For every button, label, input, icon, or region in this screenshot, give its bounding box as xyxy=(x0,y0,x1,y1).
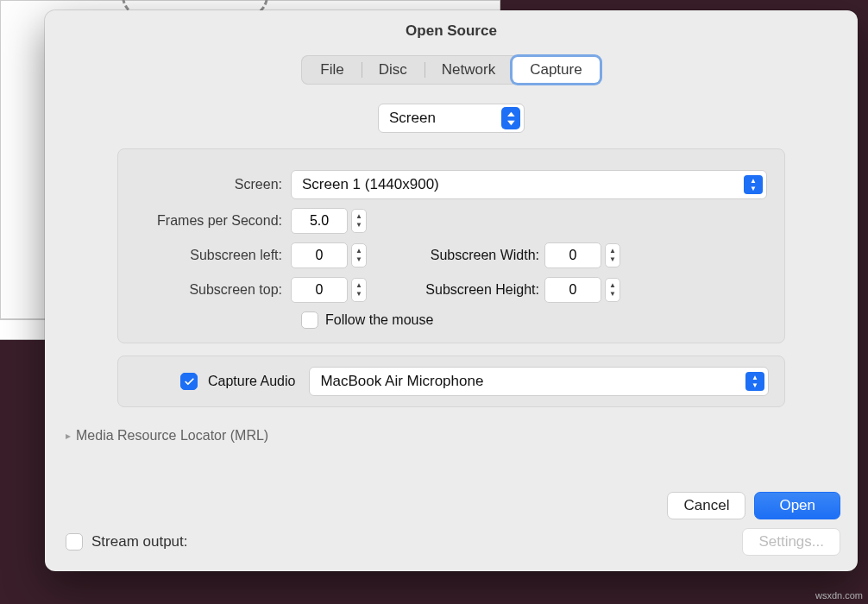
subscreen-left-label: Subscreen left: xyxy=(135,248,291,263)
fps-label: Frames per Second: xyxy=(135,213,291,229)
stream-output-label: Stream output: xyxy=(91,533,188,551)
follow-mouse-checkbox[interactable] xyxy=(301,311,318,329)
fps-stepper[interactable]: ▲▼ xyxy=(351,209,367,233)
watermark: wsxdn.com xyxy=(815,590,863,601)
settings-button[interactable]: Settings... xyxy=(742,528,840,556)
subscreen-height-label: Subscreen Height: xyxy=(399,282,544,298)
subscreen-left-stepper[interactable]: ▲▼ xyxy=(351,243,367,267)
subscreen-top-stepper[interactable]: ▲▼ xyxy=(351,278,367,302)
tab-capture[interactable]: Capture xyxy=(513,57,599,83)
subscreen-width-stepper[interactable]: ▲▼ xyxy=(605,243,620,267)
capture-mode-value: Screen xyxy=(389,110,493,127)
subscreen-top-input[interactable] xyxy=(291,277,348,303)
check-icon xyxy=(184,376,195,387)
subscreen-height-stepper[interactable]: ▲▼ xyxy=(605,278,620,302)
subscreen-width-label: Subscreen Width: xyxy=(399,248,544,263)
capture-audio-label: Capture Audio xyxy=(208,374,295,389)
tab-segment: File Disc Network Capture xyxy=(301,55,601,85)
tab-network[interactable]: Network xyxy=(425,57,513,83)
background-divider xyxy=(0,319,45,340)
tab-disc[interactable]: Disc xyxy=(362,57,425,83)
capture-mode-select[interactable]: Screen ▲▼ xyxy=(378,104,525,133)
dialog-title: Open Source xyxy=(45,10,858,55)
capture-audio-checkbox[interactable] xyxy=(180,373,198,390)
audio-device-select[interactable]: MacBook Air Microphone ▲▼ xyxy=(309,367,769,396)
fps-input[interactable] xyxy=(291,208,348,234)
screen-select[interactable]: Screen 1 (1440x900) ▲▼ xyxy=(291,170,767,199)
stream-output-checkbox[interactable] xyxy=(66,533,83,551)
subscreen-width-input[interactable] xyxy=(544,242,601,268)
subscreen-left-input[interactable] xyxy=(291,242,348,268)
updown-icon: ▲▼ xyxy=(745,372,764,391)
follow-mouse-label: Follow the mouse xyxy=(325,312,433,328)
mrl-disclosure[interactable]: ▸ Media Resource Locator (MRL) xyxy=(66,428,837,444)
updown-icon: ▲▼ xyxy=(744,175,763,194)
tab-bar: File Disc Network Capture xyxy=(45,55,858,85)
audio-device-value: MacBook Air Microphone xyxy=(320,373,737,390)
open-button[interactable]: Open xyxy=(754,492,840,519)
audio-group: Capture Audio MacBook Air Microphone ▲▼ xyxy=(117,355,785,407)
tab-file[interactable]: File xyxy=(303,57,361,83)
open-source-dialog: Open Source File Disc Network Capture Sc… xyxy=(45,10,858,571)
updown-icon: ▲▼ xyxy=(501,107,520,129)
bottom-bar: Stream output: Settings... xyxy=(66,528,840,556)
subscreen-height-input[interactable] xyxy=(544,277,601,303)
screen-value: Screen 1 (1440x900) xyxy=(302,176,735,193)
chevron-right-icon: ▸ xyxy=(66,430,71,442)
screen-label: Screen: xyxy=(135,177,291,192)
mrl-label: Media Resource Locator (MRL) xyxy=(76,428,268,444)
screen-settings-group: Screen: Screen 1 (1440x900) ▲▼ Frames pe… xyxy=(117,148,785,343)
cancel-button[interactable]: Cancel xyxy=(667,492,745,519)
subscreen-top-label: Subscreen top: xyxy=(135,282,291,298)
